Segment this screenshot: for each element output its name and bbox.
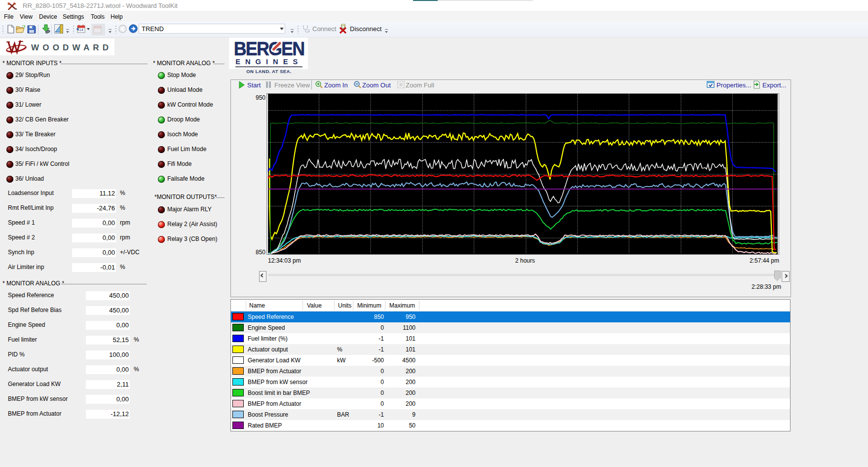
svg-text:ON LAND. AT SEA.: ON LAND. AT SEA. (246, 69, 291, 74)
svg-text:BERGEN: BERGEN (234, 38, 304, 60)
svg-text:14: 14 (79, 28, 83, 32)
svg-text:ENGINES: ENGINES (235, 57, 302, 66)
